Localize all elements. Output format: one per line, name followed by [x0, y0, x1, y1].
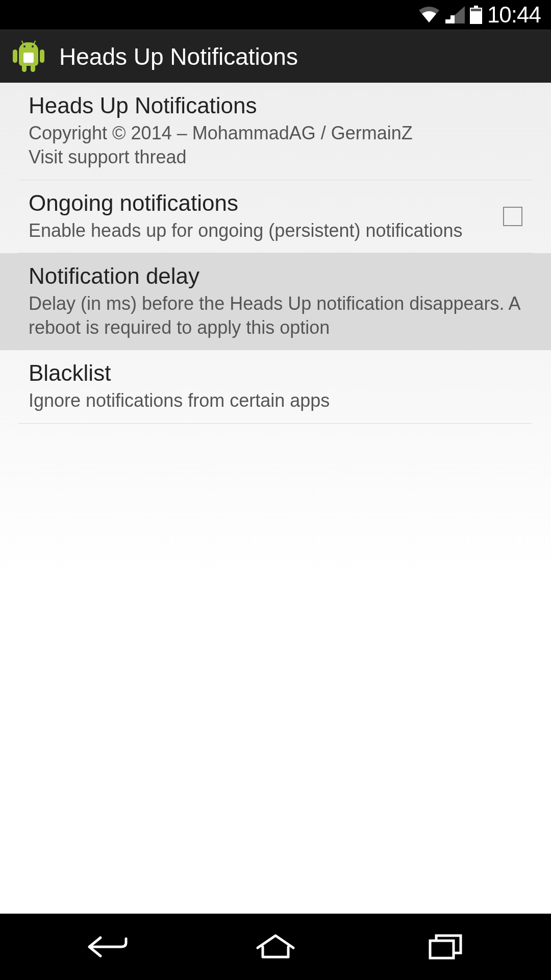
status-clock: 10:44	[487, 2, 541, 28]
pref-blacklist-title: Blacklist	[29, 360, 522, 386]
pref-blacklist-summary: Ignore notifications from certain apps	[29, 389, 522, 413]
pref-ongoing[interactable]: Ongoing notifications Enable heads up fo…	[18, 180, 533, 254]
back-button[interactable]	[80, 932, 131, 962]
pref-delay-title: Notification delay	[29, 263, 522, 289]
pref-about-title: Heads Up Notifications	[29, 93, 522, 118]
recent-apps-button[interactable]	[420, 932, 471, 962]
pref-delay-summary: Delay (in ms) before the Heads Up notifi…	[29, 292, 522, 340]
wifi-icon	[418, 6, 440, 23]
pref-ongoing-summary: Enable heads up for ongoing (persistent)…	[29, 219, 488, 243]
pref-blacklist[interactable]: Blacklist Ignore notifications from cert…	[18, 350, 533, 424]
navigation-bar	[0, 914, 551, 980]
svg-rect-5	[430, 941, 454, 958]
home-button[interactable]	[250, 932, 301, 962]
svg-rect-2	[474, 6, 478, 8]
svg-rect-4	[471, 9, 481, 11]
svg-rect-1	[450, 15, 455, 23]
action-bar: Heads Up Notifications	[0, 30, 551, 83]
battery-icon	[470, 6, 482, 24]
pref-delay[interactable]: Notification delay Delay (in ms) before …	[0, 253, 551, 350]
app-icon	[12, 40, 45, 73]
pref-about-summary: Copyright © 2014 – MohammadAG / GermainZ…	[29, 121, 522, 169]
status-bar: 10:44	[0, 0, 551, 30]
page-title: Heads Up Notifications	[59, 43, 298, 70]
svg-rect-0	[445, 19, 449, 23]
pref-about[interactable]: Heads Up Notifications Copyright © 2014 …	[18, 83, 533, 180]
pref-ongoing-checkbox[interactable]	[503, 207, 522, 226]
cell-signal-icon	[445, 6, 465, 23]
preference-list: Heads Up Notifications Copyright © 2014 …	[0, 83, 551, 914]
pref-ongoing-title: Ongoing notifications	[29, 190, 488, 216]
